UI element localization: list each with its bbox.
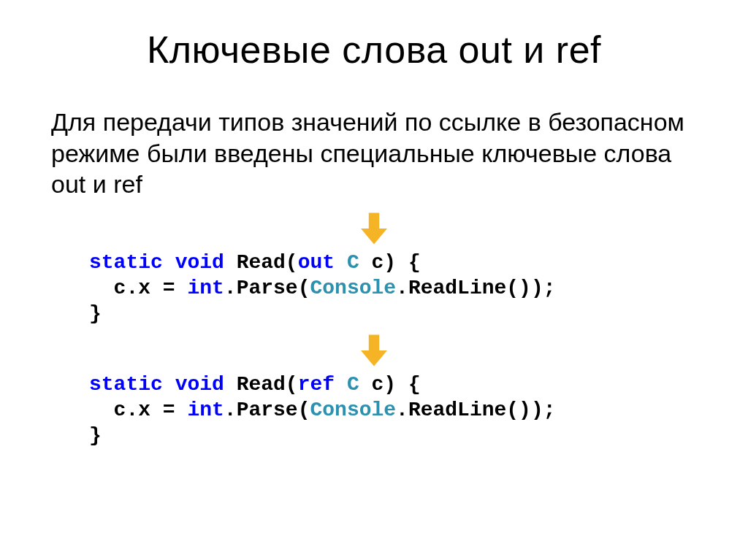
kw-ref: ref — [298, 373, 335, 396]
body-a: c.x = — [89, 277, 187, 299]
arrow-down-1 — [51, 209, 697, 248]
close-brace: } — [89, 424, 102, 447]
space — [163, 251, 175, 274]
code-block-out: static void Read(out C c) { c.x = int.Pa… — [51, 250, 697, 326]
type-console: Console — [310, 277, 396, 299]
fn-name: Read( — [224, 251, 298, 274]
kw-int: int — [187, 399, 224, 421]
type-console: Console — [310, 399, 396, 421]
fn-name: Read( — [224, 373, 298, 396]
type-c: C — [347, 251, 359, 274]
arrow-down-2 — [51, 331, 697, 370]
body-b: .Parse( — [224, 277, 310, 299]
space — [163, 373, 175, 396]
arrow-down-icon — [354, 331, 394, 370]
space — [335, 373, 347, 396]
sig-tail: c) { — [359, 373, 421, 396]
body-c: .ReadLine()); — [396, 399, 555, 421]
body-a: c.x = — [89, 399, 187, 421]
kw-out: out — [298, 251, 335, 274]
kw-int: int — [187, 277, 224, 299]
slide-description: Для передачи типов значений по ссылке в … — [51, 107, 697, 200]
kw-void: void — [175, 373, 224, 396]
type-c: C — [347, 373, 359, 396]
kw-static: static — [89, 251, 163, 274]
kw-void: void — [175, 251, 224, 274]
body-c: .ReadLine()); — [396, 277, 555, 299]
slide: Ключевые слова out и ref Для передачи ти… — [0, 0, 748, 560]
space — [335, 251, 347, 274]
body-b: .Parse( — [224, 399, 310, 421]
slide-title: Ключевые слова out и ref — [51, 28, 697, 72]
kw-static: static — [89, 373, 163, 396]
sig-tail: c) { — [359, 251, 421, 274]
arrow-down-icon — [354, 209, 394, 248]
close-brace: } — [89, 302, 102, 325]
code-block-ref: static void Read(ref C c) { c.x = int.Pa… — [51, 372, 697, 448]
